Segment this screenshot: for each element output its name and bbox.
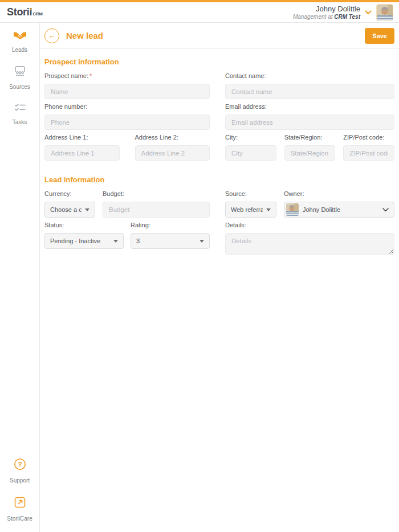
rating-select[interactable]: 3	[131, 233, 210, 249]
currency-label: Currency:	[44, 190, 95, 198]
sidebar: Leads Sources Tasks ?	[0, 23, 40, 532]
back-arrow-icon: ←	[48, 31, 56, 40]
phone-input[interactable]	[44, 114, 210, 130]
main-content: ← New lead Save Prospect information Pro…	[40, 23, 399, 532]
city-field: City:	[225, 134, 276, 161]
user-photo-avatar[interactable]	[376, 4, 393, 21]
email-label: Email address:	[225, 103, 394, 111]
save-button[interactable]: Save	[365, 28, 394, 44]
svg-text:?: ?	[18, 461, 22, 468]
address2-label: Address Line 2:	[135, 134, 210, 141]
sidebar-item-sources[interactable]: Sources	[9, 66, 30, 90]
sidebar-item-label: Tasks	[13, 119, 27, 125]
details-textarea[interactable]	[225, 233, 394, 255]
zip-field: ZIP/Post code:	[343, 134, 394, 161]
zip-input[interactable]	[343, 145, 394, 161]
sidebar-item-label: Support	[10, 477, 30, 484]
user-role: Management at CRM Test	[293, 13, 360, 21]
rating-field: Rating: 3	[131, 222, 210, 257]
chevron-down-icon[interactable]	[365, 10, 372, 15]
prospect-section-heading: Prospect information	[44, 58, 394, 66]
prospect-name-input[interactable]	[44, 84, 210, 99]
handshake-icon	[13, 31, 27, 42]
details-field: Details:	[225, 222, 394, 257]
prospect-name-field: Prospect name:*	[44, 72, 210, 99]
dropdown-arrow-icon	[266, 208, 271, 211]
address1-field: Address Line 1:	[44, 134, 120, 161]
source-select[interactable]: Web referral	[225, 202, 276, 218]
user-photo-avatar	[286, 203, 299, 216]
contact-name-field: Contact name:	[225, 72, 394, 99]
logo-suffix: CRM	[32, 11, 42, 17]
logo-text: Stori	[7, 6, 30, 18]
sidebar-item-leads[interactable]: Leads	[12, 31, 27, 53]
address1-input[interactable]	[44, 145, 120, 161]
state-label: State/Region:	[284, 134, 336, 141]
city-input[interactable]	[225, 145, 276, 161]
dropdown-arrow-icon	[199, 240, 204, 243]
phone-field: Phone number:	[44, 103, 210, 130]
owner-field: Owner:	[284, 190, 394, 218]
email-input[interactable]	[225, 114, 394, 130]
app-header: Storii CRM Johny Dolittle Management at …	[0, 2, 399, 23]
budget-label: Budget:	[103, 190, 210, 198]
state-field: State/Region:	[284, 134, 336, 161]
dropdown-arrow-icon	[85, 208, 89, 211]
address1-label: Address Line 1:	[44, 134, 120, 141]
logo-accent-i: i	[30, 6, 32, 18]
phone-label: Phone number:	[44, 103, 210, 111]
email-field: Email address:	[225, 103, 394, 130]
sidebar-item-label: StoriiCare	[7, 515, 32, 522]
contact-name-label: Contact name:	[225, 72, 394, 80]
sidebar-item-tasks[interactable]: Tasks	[13, 103, 27, 125]
checklist-icon	[14, 103, 26, 114]
currency-field: Currency: Choose a curre	[44, 190, 95, 218]
sidebar-footer: ? Support StoriiCare	[7, 458, 32, 532]
source-field: Source: Web referral	[225, 190, 276, 218]
status-label: Status:	[44, 222, 124, 229]
address2-input[interactable]	[135, 145, 210, 161]
storii-crm-logo[interactable]: Storii CRM	[7, 6, 43, 18]
source-label: Source:	[225, 190, 276, 198]
contact-name-input[interactable]	[225, 84, 394, 99]
user-meta: Johny Dolittle Management at CRM Test	[293, 5, 360, 21]
status-select[interactable]: Pending - Inactive	[44, 233, 124, 249]
details-label: Details:	[225, 222, 394, 229]
required-asterisk: *	[89, 72, 92, 79]
dropdown-arrow-icon	[113, 240, 118, 243]
user-company: CRM Test	[334, 14, 360, 20]
page-header: ← New lead Save	[40, 23, 399, 49]
owner-label: Owner:	[284, 190, 394, 198]
currency-select[interactable]: Choose a curre	[44, 202, 95, 218]
audience-icon	[13, 66, 27, 79]
back-button[interactable]: ←	[44, 28, 59, 43]
external-link-icon	[14, 496, 26, 511]
budget-input[interactable]	[103, 202, 210, 218]
page-title: New lead	[66, 31, 365, 40]
status-field: Status: Pending - Inactive	[44, 222, 124, 257]
sidebar-item-label: Leads	[12, 47, 27, 53]
prospect-name-label: Prospect name:*	[44, 72, 210, 80]
question-circle-icon: ?	[14, 458, 26, 473]
rating-label: Rating:	[131, 222, 210, 229]
user-name: Johny Dolittle	[293, 5, 360, 13]
budget-field: Budget:	[103, 190, 210, 218]
sidebar-item-support[interactable]: ? Support	[10, 458, 30, 484]
state-input[interactable]	[284, 145, 336, 161]
owner-select[interactable]: Johny Dolittle	[284, 202, 394, 218]
city-label: City:	[225, 134, 276, 141]
sidebar-item-label: Sources	[9, 84, 30, 90]
new-lead-form: Prospect information Prospect name:* Con…	[40, 49, 399, 261]
chevron-down-icon	[382, 208, 389, 212]
zip-label: ZIP/Post code:	[343, 134, 394, 141]
user-menu[interactable]: Johny Dolittle Management at CRM Test	[293, 4, 393, 21]
lead-section-heading: Lead information	[44, 175, 394, 184]
address2-field: Address Line 2:	[135, 134, 210, 161]
sidebar-item-storiicare[interactable]: StoriiCare	[7, 496, 32, 522]
